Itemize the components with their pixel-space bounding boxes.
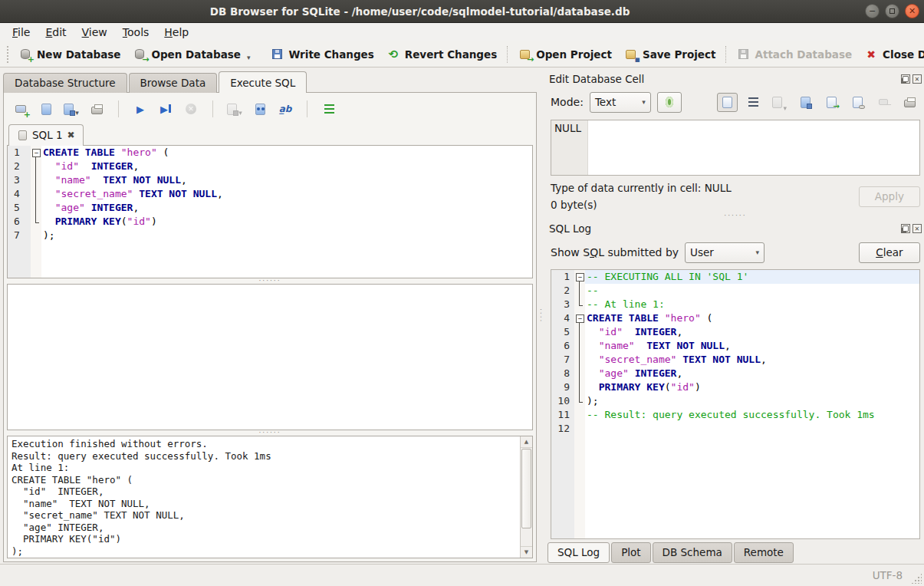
fold-margin xyxy=(574,298,585,311)
cell-type-info: Type of data currently in cell: NULL xyxy=(551,182,859,194)
attach-database-button: Attach Database xyxy=(730,45,858,64)
apply-button: Apply xyxy=(859,186,920,207)
fold-marker-icon[interactable] xyxy=(31,146,41,160)
write-changes-button[interactable]: Write Changes xyxy=(264,45,380,64)
results-grid-pane[interactable] xyxy=(7,284,533,430)
revert-changes-button[interactable]: ⟲ Revert Changes xyxy=(380,45,503,64)
code-line: 3 "name" TEXT NOT NULL, xyxy=(8,173,532,187)
cell-controls: Mode: Text ▾ ▾ → xyxy=(544,87,924,117)
sql-log-title: SQL Log xyxy=(549,222,591,235)
resize-grip[interactable] xyxy=(911,573,922,584)
close-tab-icon[interactable]: ✖ xyxy=(67,130,75,140)
menu-edit[interactable]: Edit xyxy=(38,25,74,40)
print-cell-icon[interactable] xyxy=(899,93,920,112)
save-sql-file-icon[interactable]: ▾ xyxy=(64,101,79,117)
close-database-button[interactable]: ✖ Close Database xyxy=(858,45,924,64)
code-line: 7); xyxy=(8,229,532,242)
import-data-icon[interactable] xyxy=(795,93,816,112)
print-sql-icon[interactable] xyxy=(89,101,104,117)
menu-bar: FileEditViewToolsHelp xyxy=(0,23,924,41)
line-number: 5 xyxy=(8,201,31,215)
mode-select[interactable]: Text ▾ xyxy=(590,92,651,113)
code-line: 5 "id" INTEGER, xyxy=(551,325,919,339)
sql-log-view[interactable]: 1-- EXECUTING ALL IN 'SQL 1'2--3-- At li… xyxy=(551,269,920,539)
auto-switch-mode-button[interactable] xyxy=(657,92,682,113)
open-project-button[interactable]: → Open Project xyxy=(511,45,618,64)
tab-db-schema[interactable]: DB Schema xyxy=(653,542,732,563)
word-wrap-lines-icon[interactable] xyxy=(743,93,764,112)
text-mode-icon[interactable] xyxy=(717,93,738,112)
sql-doc-tab[interactable]: SQL 1 ✖ xyxy=(8,124,84,146)
splitter-horizontal[interactable]: ······ xyxy=(544,211,924,220)
menu-file[interactable]: File xyxy=(5,25,38,40)
title-bar: DB Browser for SQLite - /home/user/code/… xyxy=(0,0,924,23)
close-dock-icon[interactable]: ✕ xyxy=(912,224,922,233)
menu-help[interactable]: Help xyxy=(156,25,196,40)
code-text: CREATE TABLE "hero" ( xyxy=(41,146,532,160)
clear-log-button[interactable]: Clear xyxy=(859,242,920,263)
execute-line-icon[interactable]: ▶ xyxy=(158,101,173,117)
tab-sql-log[interactable]: SQL Log xyxy=(547,542,610,563)
new-sql-tab-icon[interactable]: + xyxy=(13,101,28,117)
fold-marker-icon[interactable] xyxy=(574,311,585,325)
scroll-down-icon[interactable]: ▼ xyxy=(521,546,532,558)
line-number: 3 xyxy=(551,298,574,311)
code-line: 7 "secret_name" TEXT NOT NULL, xyxy=(551,353,919,367)
fold-marker-icon[interactable] xyxy=(574,270,585,284)
line-number: 2 xyxy=(551,284,574,298)
auto-format-icon[interactable]: a̲b xyxy=(278,101,293,117)
tab-remote[interactable]: Remote xyxy=(734,542,794,563)
scroll-up-icon[interactable]: ▲ xyxy=(521,436,532,448)
sql-file-icon xyxy=(17,130,28,140)
left-panel: Database Structure Browse Data Execute S… xyxy=(0,67,537,564)
maximize-icon xyxy=(889,8,895,14)
menu-tools[interactable]: Tools xyxy=(115,25,157,40)
code-text: "name" TEXT NOT NULL, xyxy=(41,173,532,187)
float-dock-icon[interactable] xyxy=(901,74,910,84)
tab-database-structure[interactable]: Database Structure xyxy=(3,73,127,93)
new-database-button[interactable]: + New Database xyxy=(12,45,127,64)
cell-value-editor[interactable]: NULL xyxy=(551,120,920,176)
code-line: 8 "age" INTEGER, xyxy=(551,367,919,380)
splitter-horizontal[interactable]: ······ xyxy=(7,278,533,284)
submitted-by-select[interactable]: User ▾ xyxy=(685,242,765,263)
line-number: 1 xyxy=(551,270,574,284)
open-sql-file-icon[interactable] xyxy=(38,101,54,117)
export-data-icon[interactable]: → xyxy=(821,93,842,112)
minimize-button[interactable]: − xyxy=(865,4,880,18)
scrollbar-thumb[interactable] xyxy=(521,449,531,528)
tab-execute-sql[interactable]: Execute SQL xyxy=(219,71,307,93)
line-number: 2 xyxy=(8,160,31,173)
tab-browse-data[interactable]: Browse Data xyxy=(129,73,218,93)
tab-plot[interactable]: Plot xyxy=(611,542,650,563)
code-line: 1CREATE TABLE "hero" ( xyxy=(8,146,532,160)
menu-view[interactable]: View xyxy=(74,25,115,40)
find-icon[interactable] xyxy=(252,101,268,117)
open-database-dropdown-icon[interactable]: ▾ xyxy=(247,54,251,61)
sql-toolbar-separator xyxy=(118,100,119,117)
code-line: 5 "age" INTEGER, xyxy=(8,201,532,215)
execute-sql-panel: + ▾ ▶ ▶ ✕ ▾ a̲b xyxy=(3,92,537,562)
copy-link-icon[interactable] xyxy=(847,93,868,112)
close-dock-icon[interactable]: ✕ xyxy=(912,74,922,84)
toolbar-grip[interactable] xyxy=(7,46,8,63)
cell-value-area[interactable] xyxy=(588,120,919,175)
execution-results-pane: Execution finished without errors. Resul… xyxy=(7,436,533,558)
sql-editor[interactable]: 1CREATE TABLE "hero" (2 "id" INTEGER,3 "… xyxy=(7,145,533,278)
splitter-horizontal[interactable]: ······ xyxy=(7,430,533,436)
sql-doc-tab-label: SQL 1 xyxy=(32,129,63,141)
splitter-vertical[interactable]: ···· xyxy=(537,67,544,564)
close-button[interactable]: ✕ xyxy=(905,4,919,18)
save-project-button[interactable]: ▪ Save Project xyxy=(618,45,722,64)
encoding-status: UTF-8 xyxy=(873,569,903,581)
code-text: -- xyxy=(585,284,919,298)
execute-all-icon[interactable]: ▶ xyxy=(133,101,148,117)
results-scrollbar[interactable]: ▲ ▼ xyxy=(520,436,532,558)
code-text: "secret_name" TEXT NOT NULL, xyxy=(41,187,532,201)
open-database-button[interactable]: → Open Database ▾ xyxy=(127,45,256,64)
word-wrap-icon[interactable] xyxy=(321,101,337,117)
show-sql-label: Show SQL submitted by xyxy=(551,246,679,258)
fold-margin xyxy=(31,215,41,229)
maximize-button[interactable] xyxy=(885,4,899,18)
float-dock-icon[interactable] xyxy=(901,224,910,233)
